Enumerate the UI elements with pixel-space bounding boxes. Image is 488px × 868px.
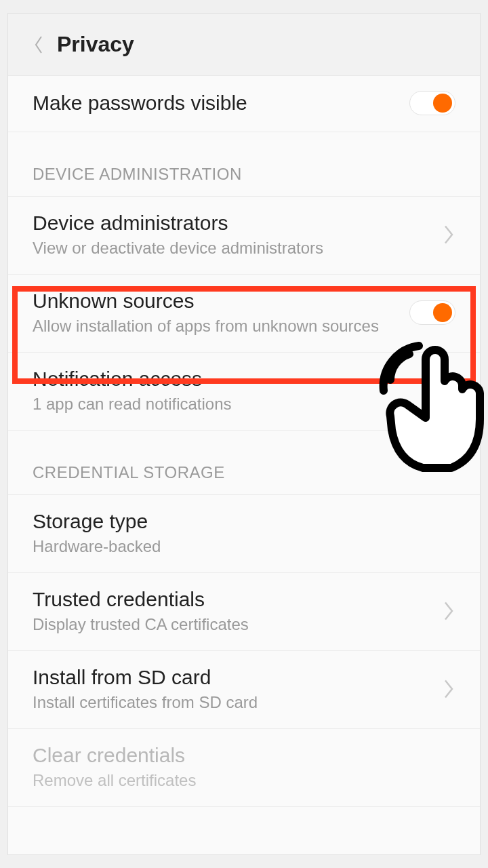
row-title: Storage type	[33, 510, 455, 533]
row-subtitle: 1 app can read notifications	[33, 395, 455, 414]
toggle-unknown-sources[interactable]	[409, 300, 455, 325]
settings-list: Make passwords visible DEVICE ADMINISTRA…	[8, 76, 480, 807]
section-credential-storage: CREDENTIAL STORAGE	[8, 431, 480, 495]
row-notification-access[interactable]: Notification access 1 app can read notif…	[8, 353, 480, 431]
row-install-from-sd-card[interactable]: Install from SD card Install certificate…	[8, 651, 480, 729]
row-subtitle: Allow installation of apps from unknown …	[33, 317, 404, 336]
page-title: Privacy	[57, 32, 134, 57]
row-title: Make passwords visible	[33, 92, 404, 115]
back-button[interactable]	[27, 24, 50, 65]
row-storage-type[interactable]: Storage type Hardware-backed	[8, 495, 480, 573]
row-title: Trusted credentials	[33, 588, 434, 611]
toggle-passwords-visible[interactable]	[409, 91, 455, 115]
row-subtitle: View or deactivate device administrators	[33, 239, 434, 258]
row-title: Clear credentials	[33, 744, 455, 767]
row-subtitle: Remove all certificates	[33, 771, 455, 790]
chevron-right-icon	[442, 222, 455, 247]
chevron-right-icon	[442, 599, 455, 623]
row-unknown-sources[interactable]: Unknown sources Allow installation of ap…	[8, 275, 480, 353]
row-title: Unknown sources	[33, 290, 404, 313]
row-clear-credentials: Clear credentials Remove all certificate…	[8, 729, 480, 807]
row-title: Install from SD card	[33, 666, 434, 689]
toggle-knob	[433, 94, 452, 113]
toggle-knob	[433, 303, 452, 322]
row-title: Device administrators	[33, 212, 434, 235]
row-trusted-credentials[interactable]: Trusted credentials Display trusted CA c…	[8, 573, 480, 651]
row-subtitle: Install certificates from SD card	[33, 693, 434, 712]
header-bar: Privacy	[8, 14, 480, 76]
section-device-administration: DEVICE ADMINISTRATION	[8, 132, 480, 197]
chevron-left-icon	[33, 35, 44, 54]
row-device-administrators[interactable]: Device administrators View or deactivate…	[8, 197, 480, 275]
row-subtitle: Hardware-backed	[33, 537, 455, 556]
row-make-passwords-visible[interactable]: Make passwords visible	[8, 76, 480, 132]
chevron-right-icon	[442, 677, 455, 701]
row-title: Notification access	[33, 368, 455, 391]
row-subtitle: Display trusted CA certificates	[33, 615, 434, 634]
